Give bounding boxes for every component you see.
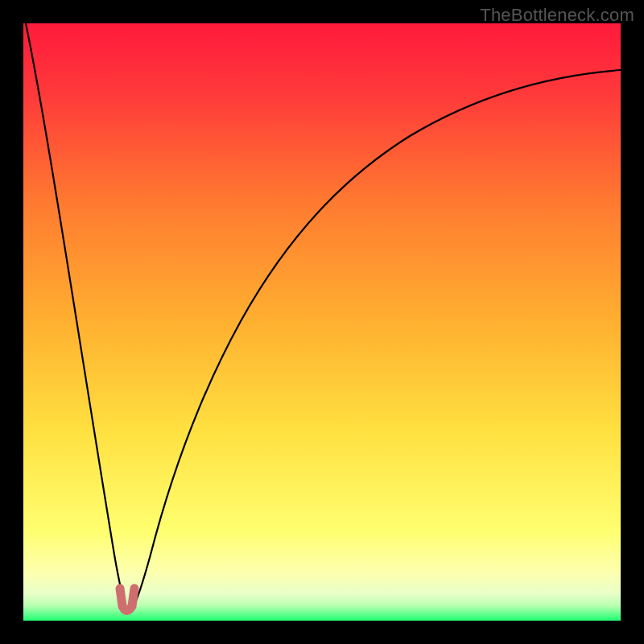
bottleneck-curve (26, 23, 621, 611)
plot-area (23, 23, 621, 621)
chart-frame: TheBottleneck.com (0, 0, 644, 644)
curve-layer (23, 23, 621, 621)
watermark-label: TheBottleneck.com (480, 5, 634, 26)
min-marker (120, 588, 134, 611)
